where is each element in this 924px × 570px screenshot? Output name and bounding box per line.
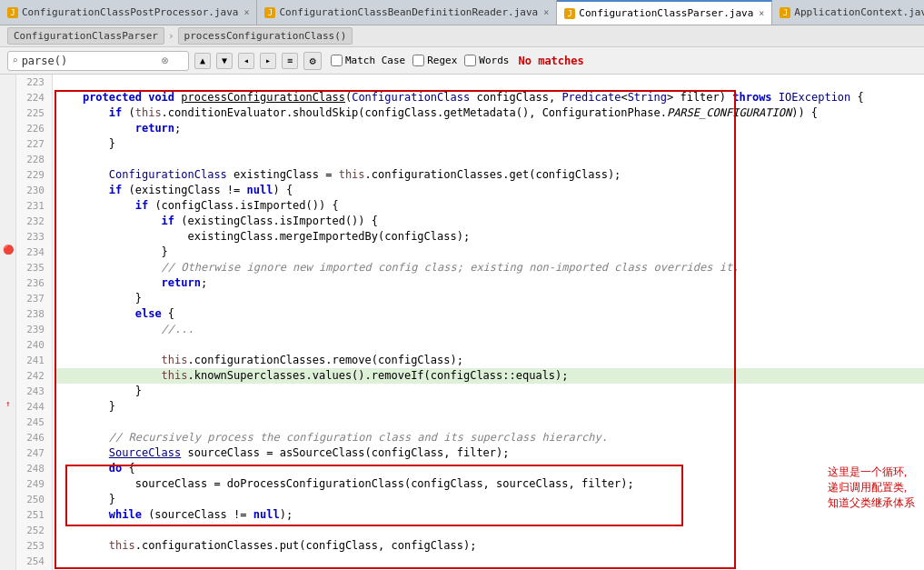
- code-line-223: [56, 75, 924, 90]
- line-num-240: 240: [16, 337, 48, 353]
- match-case-label[interactable]: Match Case: [331, 55, 405, 66]
- line-num-247: 247: [16, 445, 48, 461]
- breadcrumb-method[interactable]: processConfigurationClass(): [178, 27, 353, 45]
- tab-close-3[interactable]: ×: [759, 8, 764, 18]
- line-num-241: 241: [16, 353, 48, 368]
- line-num-223: 223: [16, 75, 48, 90]
- arrow-up-icon: ↑: [0, 399, 16, 408]
- code-line-226: return;: [56, 121, 924, 136]
- regex-checkbox[interactable]: [412, 55, 424, 66]
- code-line-254: [56, 554, 924, 569]
- words-checkbox[interactable]: [464, 55, 476, 66]
- code-line-236: return;: [56, 275, 924, 291]
- line-num-232: 232: [16, 214, 48, 229]
- search-prev-btn[interactable]: ▲: [194, 53, 211, 69]
- code-line-245: [56, 415, 924, 430]
- tab-icon-4: J: [780, 7, 790, 18]
- line-num-224: 224: [16, 90, 48, 105]
- breadcrumb-class[interactable]: ConfigurationClassParser: [7, 27, 164, 45]
- tab-configparser[interactable]: J ConfigurationClassParser.java ×: [557, 0, 772, 25]
- search-next-btn[interactable]: ▼: [216, 53, 233, 69]
- tab-configbean[interactable]: J ConfigurationClassBeanDefinitionReader…: [257, 0, 557, 25]
- bookmark-icon: 🔴: [0, 245, 16, 255]
- code-line-234: }: [56, 245, 924, 260]
- left-gutter: 🔴 ↑: [0, 75, 16, 570]
- search-bar: ⌕ ⊗ ▲ ▼ ◂ ▸ ≡ ⚙ Match Case Regex Words N…: [0, 47, 924, 75]
- regex-label[interactable]: Regex: [412, 55, 457, 66]
- line-num-250: 250: [16, 492, 48, 507]
- code-line-239: //...: [56, 322, 924, 337]
- line-num-251: 251: [16, 507, 48, 523]
- line-num-249: 249: [16, 476, 48, 492]
- tab-configpost[interactable]: J ConfigurationClassPostProcessor.java ×: [0, 0, 257, 25]
- search-options: Match Case Regex Words: [331, 55, 509, 66]
- search-find-prev-btn[interactable]: ◂: [238, 53, 254, 69]
- code-line-238: else {: [56, 306, 924, 322]
- tab-label-1: ConfigurationClassPostProcessor.java: [22, 6, 238, 18]
- tab-close-1[interactable]: ×: [243, 7, 249, 17]
- code-line-241: this.configurationClasses.remove(configC…: [56, 353, 924, 368]
- search-input[interactable]: [22, 55, 158, 67]
- line-num-230: 230: [16, 183, 48, 198]
- code-line-248: do {: [56, 461, 924, 476]
- tab-icon-1: J: [7, 7, 18, 18]
- line-num-237: 237: [16, 291, 48, 306]
- search-find-next-btn[interactable]: ▸: [260, 53, 276, 69]
- code-line-252: [56, 523, 924, 538]
- line-numbers: 223 224 225 226 227 228 229 230 231 232 …: [16, 75, 53, 570]
- editor-area: 🔴 ↑ 223 224 225 226 227 228 229 230 231 …: [0, 75, 924, 570]
- tab-close-2[interactable]: ×: [543, 7, 549, 17]
- line-num-227: 227: [16, 136, 48, 152]
- line-num-248: 248: [16, 461, 48, 476]
- search-settings-btn[interactable]: ⚙: [303, 52, 322, 70]
- code-line-250: }: [56, 492, 924, 507]
- line-num-253: 253: [16, 538, 48, 554]
- line-num-243: 243: [16, 384, 48, 399]
- code-line-224: protected void processConfigurationClass…: [56, 90, 924, 105]
- search-extra-btn[interactable]: ≡: [282, 53, 298, 69]
- line-num-245: 245: [16, 415, 48, 430]
- line-num-233: 233: [16, 229, 48, 245]
- code-line-246: // Recursively process the configuration…: [56, 430, 924, 445]
- regex-text: Regex: [427, 55, 457, 66]
- code-line-243: }: [56, 384, 924, 399]
- match-case-checkbox[interactable]: [331, 55, 343, 66]
- tab-appcontext[interactable]: J ApplicationContext.java ×: [772, 0, 924, 25]
- code-line-247: SourceClass sourceClass = asSourceClass(…: [56, 445, 924, 461]
- line-num-229: 229: [16, 167, 48, 183]
- code-line-237: }: [56, 291, 924, 306]
- code-line-231: if (configClass.isImported()) {: [56, 198, 924, 214]
- code-line-249: sourceClass = doProcessConfigurationClas…: [56, 476, 924, 492]
- words-label[interactable]: Words: [464, 55, 509, 66]
- code-line-251: while (sourceClass != null);: [56, 507, 924, 523]
- line-num-254: 254: [16, 554, 48, 569]
- breadcrumb-bar: ConfigurationClassParser › processConfig…: [0, 25, 924, 47]
- code-content: protected void processConfigurationClass…: [53, 75, 924, 569]
- no-matches-text: No matches: [518, 55, 583, 67]
- code-line-242: this.knownSuperclasses.values().removeIf…: [56, 368, 924, 384]
- line-num-236: 236: [16, 275, 48, 291]
- line-num-242: 242: [16, 368, 48, 384]
- code-wrapper: protected void processConfigurationClass…: [53, 75, 924, 569]
- line-num-235: 235: [16, 260, 48, 275]
- code-line-240: [56, 337, 924, 353]
- code-line-244: }: [56, 399, 924, 415]
- tab-icon-2: J: [264, 7, 275, 18]
- code-line-227: }: [56, 136, 924, 152]
- breadcrumb-sep: ›: [168, 30, 174, 42]
- search-input-wrapper: ⌕ ⊗: [7, 51, 189, 71]
- code-line-225: if (this.conditionEvaluator.shouldSkip(c…: [56, 105, 924, 121]
- tab-label-4: ApplicationContext.java: [794, 6, 924, 18]
- line-num-244: 244: [16, 399, 48, 415]
- code-line-253: this.configurationClasses.put(configClas…: [56, 538, 924, 554]
- search-clear-button[interactable]: ⊗: [162, 54, 169, 67]
- code-line-235: // Otherwise ignore new imported config …: [56, 260, 924, 275]
- line-num-228: 228: [16, 152, 48, 167]
- line-num-226: 226: [16, 121, 48, 136]
- code-line-230: if (existingClass != null) {: [56, 183, 924, 198]
- line-num-225: 225: [16, 105, 48, 121]
- line-num-246: 246: [16, 430, 48, 445]
- code-line-232: if (existingClass.isImported()) {: [56, 214, 924, 229]
- code-area[interactable]: protected void processConfigurationClass…: [53, 75, 924, 570]
- line-num-234: 234: [16, 245, 48, 260]
